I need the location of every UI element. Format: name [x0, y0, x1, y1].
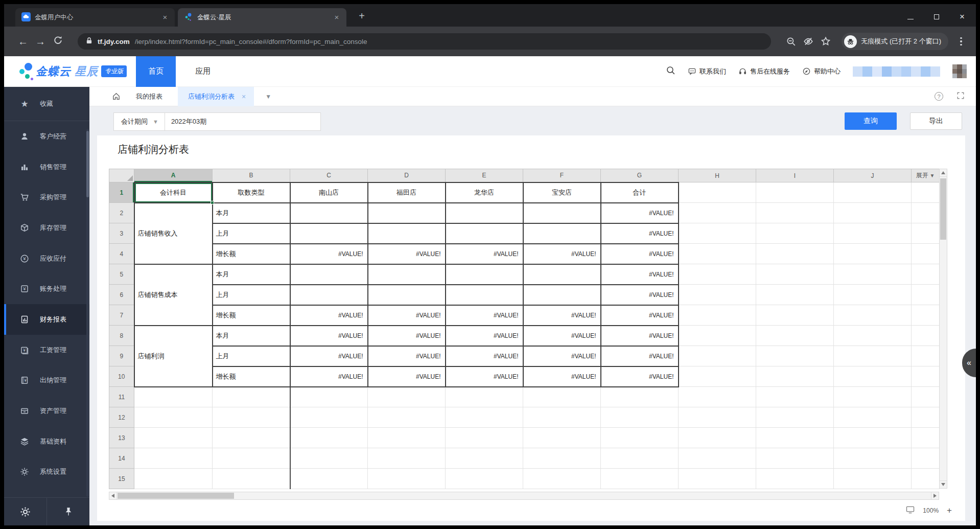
cell-A11[interactable]	[134, 387, 213, 407]
cell-E1[interactable]: 龙华店	[446, 182, 523, 203]
row-header-4[interactable]: 4	[109, 244, 134, 264]
cell-G3[interactable]: #VALUE!	[601, 223, 679, 244]
cell-E4[interactable]: #VALUE!	[446, 244, 523, 264]
period-field-select[interactable]: 会计期间 ▼	[113, 112, 165, 131]
cell-I13[interactable]	[756, 428, 834, 448]
cell-overflow-10[interactable]	[912, 366, 940, 387]
cell-D13[interactable]	[368, 428, 446, 448]
cell-I7[interactable]	[756, 305, 834, 326]
cell-overflow-7[interactable]	[912, 305, 940, 326]
window-restore-button[interactable]	[934, 12, 939, 21]
export-button[interactable]: 导出	[910, 112, 962, 130]
help-icon[interactable]: ?	[935, 92, 943, 101]
cell-overflow-3[interactable]	[912, 223, 940, 244]
cell-G4[interactable]: #VALUE!	[601, 244, 679, 264]
cell-A1[interactable]: 会计科目	[134, 182, 213, 203]
cell-D9[interactable]: #VALUE!	[368, 346, 446, 366]
row-header-14[interactable]: 14	[109, 448, 134, 469]
cell-C7[interactable]: #VALUE!	[290, 305, 368, 326]
cell-E11[interactable]	[446, 387, 523, 407]
cell-C4[interactable]: #VALUE!	[290, 244, 368, 264]
cell-overflow-14[interactable]	[912, 448, 940, 469]
cell-overflow-2[interactable]	[912, 203, 940, 223]
cell-E7[interactable]: #VALUE!	[446, 305, 523, 326]
cell-J8[interactable]	[834, 326, 912, 346]
cell-F14[interactable]	[523, 448, 601, 469]
col-header-F[interactable]: F	[523, 169, 601, 182]
tab-close-icon[interactable]: ×	[332, 13, 341, 22]
cell-B12[interactable]	[213, 407, 290, 428]
sidebar-item-accounting[interactable]: ¥ 账务处理	[4, 273, 89, 304]
window-minimize-button[interactable]	[907, 12, 914, 21]
cell-C9[interactable]: #VALUE!	[290, 346, 368, 366]
cell-J3[interactable]	[834, 223, 912, 244]
cell-B7[interactable]: 增长额	[213, 305, 290, 326]
cell-B6[interactable]: 上月	[213, 285, 290, 305]
cell-G6[interactable]: #VALUE!	[601, 285, 679, 305]
cell-D5[interactable]	[368, 264, 446, 285]
cell-F2[interactable]	[523, 203, 601, 223]
vertical-scroll-thumb[interactable]	[940, 178, 946, 240]
cell-A2[interactable]: 店铺销售收入	[134, 203, 213, 264]
scroll-up-icon[interactable]	[940, 169, 947, 177]
row-header-5[interactable]: 5	[109, 264, 134, 285]
cell-F6[interactable]	[523, 285, 601, 305]
cell-D8[interactable]: #VALUE!	[368, 326, 446, 346]
cell-F9[interactable]: #VALUE!	[523, 346, 601, 366]
cell-A5[interactable]: 店铺销售成本	[134, 264, 213, 326]
row-header-3[interactable]: 3	[109, 223, 134, 244]
cell-G7[interactable]: #VALUE!	[601, 305, 679, 326]
cell-B4[interactable]: 增长额	[213, 244, 290, 264]
cell-E5[interactable]	[446, 264, 523, 285]
cell-F15[interactable]	[523, 469, 601, 489]
cell-D7[interactable]: #VALUE!	[368, 305, 446, 326]
cell-D2[interactable]	[368, 203, 446, 223]
zoom-out-icon[interactable]	[782, 36, 800, 47]
cell-overflow-5[interactable]	[912, 264, 940, 285]
cell-I2[interactable]	[756, 203, 834, 223]
cell-D3[interactable]	[368, 223, 446, 244]
cell-G9[interactable]: #VALUE!	[601, 346, 679, 366]
cell-I9[interactable]	[756, 346, 834, 366]
cell-C12[interactable]	[290, 407, 368, 428]
cell-I15[interactable]	[756, 469, 834, 489]
expand-columns-button[interactable]: 展开 ▼	[912, 169, 940, 182]
cell-overflow-1[interactable]	[912, 182, 940, 203]
cell-F7[interactable]: #VALUE!	[523, 305, 601, 326]
cell-J2[interactable]	[834, 203, 912, 223]
sidebar-item-assets[interactable]: 资产管理	[4, 396, 89, 426]
cell-overflow-8[interactable]	[912, 326, 940, 346]
cell-J13[interactable]	[834, 428, 912, 448]
cell-B13[interactable]	[213, 428, 290, 448]
cell-I6[interactable]	[756, 285, 834, 305]
row-header-11[interactable]: 11	[109, 387, 134, 407]
bookmark-star-icon[interactable]	[817, 36, 834, 47]
cell-overflow-9[interactable]	[912, 346, 940, 366]
cell-B3[interactable]: 上月	[213, 223, 290, 244]
cell-B11[interactable]	[213, 387, 290, 407]
cell-C1[interactable]: 南山店	[290, 182, 368, 203]
cell-J6[interactable]	[834, 285, 912, 305]
scroll-right-icon[interactable]	[931, 492, 939, 499]
cell-J14[interactable]	[834, 448, 912, 469]
cell-F5[interactable]	[523, 264, 601, 285]
select-all-corner[interactable]	[109, 169, 134, 182]
vertical-scrollbar[interactable]	[939, 169, 947, 489]
cell-I3[interactable]	[756, 223, 834, 244]
doc-tab-profit-analysis[interactable]: 店铺利润分析表 ×	[178, 87, 254, 106]
contact-us-link[interactable]: 联系我们	[688, 67, 726, 76]
cell-C15[interactable]	[290, 469, 368, 489]
fullscreen-icon[interactable]	[956, 91, 965, 102]
cell-G2[interactable]: #VALUE!	[601, 203, 679, 223]
cell-H13[interactable]	[679, 428, 756, 448]
col-header-G[interactable]: G	[601, 169, 679, 182]
cell-E2[interactable]	[446, 203, 523, 223]
cell-H11[interactable]	[679, 387, 756, 407]
sidebar-item-system-settings[interactable]: 系统设置	[4, 456, 89, 487]
selection-fill-handle[interactable]	[211, 201, 214, 204]
cell-H4[interactable]	[679, 244, 756, 264]
cell-H1[interactable]	[679, 182, 756, 203]
incognito-badge[interactable]: 无痕模式 (已打开 2 个窗口)	[842, 33, 948, 50]
query-button[interactable]: 查询	[845, 112, 897, 130]
cell-H15[interactable]	[679, 469, 756, 489]
